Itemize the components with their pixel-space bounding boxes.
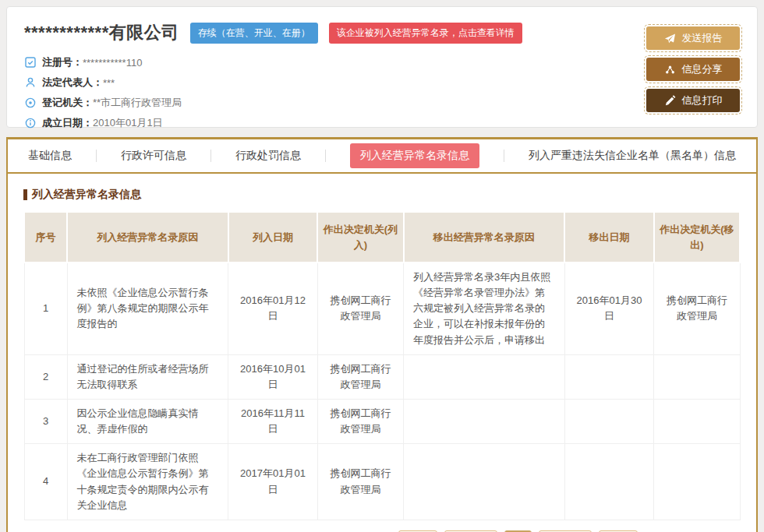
cell-removal-authority <box>654 444 740 520</box>
registration-number-value: ***********110 <box>83 57 142 69</box>
cell-removal-date <box>564 444 654 520</box>
tab-divider <box>210 150 211 162</box>
registration-number-row: 注册号： ***********110 <box>24 52 741 72</box>
table-row: 1 未依照《企业信息公示暂行条例》第八条规定的期限公示年度报告的 2016年01… <box>24 262 740 354</box>
share-icon <box>664 64 676 76</box>
print-info-label: 信息打印 <box>682 93 723 107</box>
cell-inclusion-authority: 携创网工商行政管理局 <box>317 399 403 443</box>
location-icon <box>24 97 37 109</box>
registration-authority-label: 登记机关： <box>42 96 93 110</box>
cell-index: 3 <box>24 399 67 443</box>
detail-panel: 基础信息 行政许可信息 行政处罚信息 列入经营异常名录信息 列入严重违法失信企业… <box>6 137 758 532</box>
action-buttons: 发送报告 信息分享 信息打印 <box>646 26 740 112</box>
abnormal-warning-badge[interactable]: 该企业被列入经营异常名录，点击查看详情 <box>329 23 522 44</box>
tab-abnormal-operation-list[interactable]: 列入经营异常名录信息 <box>350 143 479 168</box>
table-row: 4 未在工商行政管理部门依照《企业信息公示暂行条例》第十条规定责令的期限内公示有… <box>24 444 740 520</box>
cell-removal-reason <box>404 354 565 399</box>
cell-inclusion-reason: 因公示企业信息隐瞒真实情况、弄虚作假的 <box>67 399 228 443</box>
table-header-row: 序号 列入经营异常名录原因 列入日期 作出决定机关(列入) 移出经营异常名录原因… <box>24 212 740 262</box>
tab-administrative-penalty[interactable]: 行政处罚信息 <box>235 149 301 163</box>
cell-removal-date: 2016年01月30日 <box>564 262 654 354</box>
send-report-label: 发送报告 <box>682 31 723 45</box>
tab-divider <box>96 150 97 162</box>
cell-removal-authority <box>654 399 740 443</box>
legal-representative-label: 法定代表人： <box>42 76 103 90</box>
company-name: ************有限公司 <box>24 21 179 44</box>
cell-inclusion-date: 2016年11月11日 <box>228 399 318 443</box>
legal-representative-row: 法定代表人： *** <box>24 72 741 93</box>
cell-index: 2 <box>24 354 67 399</box>
cell-removal-reason <box>404 444 565 520</box>
pencil-icon <box>664 95 676 107</box>
section-title: 列入经营异常名录信息 <box>23 188 741 202</box>
table-row: 2 通过登记的住所或者经营场所无法取得联系 2016年10月01日 携创网工商行… <box>24 354 740 399</box>
registration-number-label: 注册号： <box>42 55 83 69</box>
col-header-inclusion-reason: 列入经营异常名录原因 <box>67 212 228 262</box>
cell-inclusion-date: 2016年01月12日 <box>228 262 318 354</box>
col-header-index: 序号 <box>24 212 67 262</box>
share-info-button[interactable]: 信息分享 <box>646 58 740 81</box>
company-summary-card: ************有限公司 存续（在营、开业、在册） 该企业被列入经营异常… <box>6 6 758 128</box>
cell-removal-reason <box>404 399 565 443</box>
send-report-button[interactable]: 发送报告 <box>646 26 740 50</box>
cell-inclusion-reason: 通过登记的住所或者经营场所无法取得联系 <box>67 354 228 399</box>
cell-removal-reason: 列入经营异常名录3年内且依照《经营异常名录管理办法》第六规定被列入经营异常名录的… <box>404 262 565 354</box>
cell-inclusion-date: 2017年01月01日 <box>228 444 318 520</box>
legal-representative-value: *** <box>103 77 115 89</box>
cell-index: 4 <box>24 444 67 520</box>
cell-removal-authority <box>654 354 740 399</box>
establishment-date-row: 成立日期： 2010年01月1日 <box>24 113 741 133</box>
table-row: 3 因公示企业信息隐瞒真实情况、弄虚作假的 2016年11月11日 携创网工商行… <box>24 399 740 443</box>
tab-basic-info[interactable]: 基础信息 <box>28 149 72 163</box>
cell-inclusion-authority: 携创网工商行政管理局 <box>317 262 403 354</box>
col-header-removal-authority: 作出决定机关(移出) <box>654 212 740 262</box>
cell-inclusion-reason: 未依照《企业信息公示暂行条例》第八条规定的期限公示年度报告的 <box>67 262 228 354</box>
company-info-list: 注册号： ***********110 法定代表人： *** 登记机关： **市… <box>24 52 741 133</box>
info-icon <box>24 117 37 129</box>
paper-plane-icon <box>664 33 676 44</box>
tab-serious-violation-blacklist[interactable]: 列入严重违法失信企业名单（黑名单）信息 <box>529 149 736 163</box>
cell-inclusion-reason: 未在工商行政管理部门依照《企业信息公示暂行条例》第十条规定责令的期限内公示有关企… <box>67 444 228 520</box>
cell-removal-date <box>564 399 654 443</box>
title-accent-bar <box>23 189 27 200</box>
registration-authority-value: **市工商行政管理局 <box>93 96 182 110</box>
establishment-date-value: 2010年01月1日 <box>93 116 163 130</box>
cell-inclusion-authority: 携创网工商行政管理局 <box>317 444 403 520</box>
print-info-button[interactable]: 信息打印 <box>646 89 740 112</box>
cell-index: 1 <box>24 262 67 354</box>
col-header-inclusion-date: 列入日期 <box>228 212 318 262</box>
tab-bar: 基础信息 行政许可信息 行政处罚信息 列入经营异常名录信息 列入严重违法失信企业… <box>8 139 756 174</box>
section-title-text: 列入经营异常名录信息 <box>32 188 141 202</box>
cell-inclusion-date: 2016年10月01日 <box>228 354 318 399</box>
certificate-icon <box>24 56 37 69</box>
tab-administrative-license[interactable]: 行政许可信息 <box>121 149 186 163</box>
col-header-inclusion-authority: 作出决定机关(列入) <box>317 212 403 262</box>
person-icon <box>24 76 37 89</box>
tab-divider <box>504 150 504 162</box>
tab-content: 列入经营异常名录信息 序号 列入经营异常名录原因 列入日期 作出决定机关(列入)… <box>8 174 756 532</box>
status-badge: 存续（在营、开业、在册） <box>190 23 318 44</box>
registration-authority-row: 登记机关： **市工商行政管理局 <box>24 93 741 113</box>
pagination: 共 查询到 4 条记录 共 1 页 首页 ◂上一页 1 下一页▸ 末页 <box>23 520 741 532</box>
cell-removal-date <box>564 354 654 399</box>
establishment-date-label: 成立日期： <box>42 116 93 130</box>
cell-inclusion-authority: 携创网工商行政管理局 <box>317 354 403 399</box>
cell-removal-authority: 携创网工商行政管理局 <box>654 262 740 354</box>
col-header-removal-reason: 移出经营异常名录原因 <box>404 212 565 262</box>
share-info-label: 信息分享 <box>682 62 723 76</box>
col-header-removal-date: 移出日期 <box>564 212 654 262</box>
tab-divider <box>325 150 326 162</box>
abnormal-operation-table: 序号 列入经营异常名录原因 列入日期 作出决定机关(列入) 移出经营异常名录原因… <box>23 211 741 520</box>
